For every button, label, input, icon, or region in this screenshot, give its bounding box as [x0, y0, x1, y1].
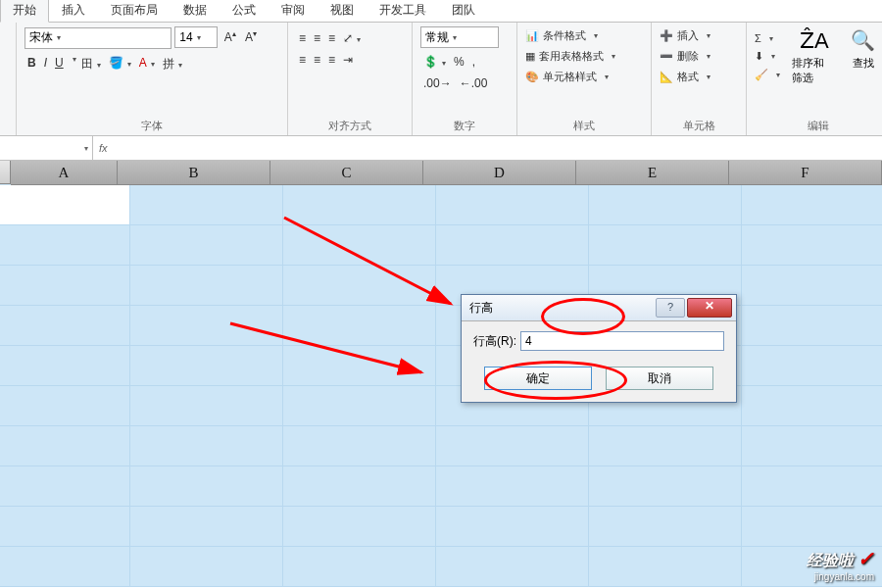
cancel-button[interactable]: 取消 [606, 367, 713, 390]
cell[interactable] [436, 507, 589, 546]
column-header[interactable]: D [423, 161, 576, 184]
delete-cells-button[interactable]: ➖删除▾ [660, 47, 710, 66]
font-name-select[interactable]: 宋体 ▾ [24, 27, 172, 49]
orientation-button[interactable]: ⤢▾ [340, 30, 364, 46]
insert-cells-button[interactable]: ➕插入▾ [660, 26, 710, 45]
sort-filter-button[interactable]: ẐA 排序和筛选 [786, 26, 839, 87]
italic-button[interactable]: I [41, 55, 50, 74]
column-header[interactable]: A [11, 161, 118, 184]
cell[interactable] [436, 547, 589, 586]
align-middle-button[interactable]: ≡ [311, 30, 323, 46]
cell[interactable] [742, 346, 882, 385]
cell[interactable] [130, 466, 283, 506]
cell[interactable] [283, 466, 436, 506]
cell[interactable] [130, 426, 283, 466]
cell[interactable] [0, 386, 130, 425]
tab-layout[interactable]: 页面布局 [98, 0, 171, 22]
find-button[interactable]: 🔍 查找 [845, 26, 882, 73]
cell[interactable] [130, 306, 283, 345]
cell[interactable] [742, 507, 882, 546]
align-left-button[interactable]: ≡ [296, 52, 309, 68]
cell[interactable] [130, 547, 283, 586]
fill-color-button[interactable]: 🪣▾ [106, 55, 134, 74]
column-header[interactable]: C [270, 161, 423, 184]
tab-review[interactable]: 审阅 [269, 0, 318, 22]
name-box[interactable] [0, 136, 93, 160]
cell[interactable] [742, 306, 882, 345]
cell[interactable] [283, 306, 436, 345]
border-button[interactable]: 田▾ [78, 55, 104, 74]
cell[interactable] [436, 466, 589, 506]
dialog-help-button[interactable]: ? [656, 298, 685, 318]
cell[interactable] [589, 185, 742, 224]
cell[interactable] [742, 466, 882, 506]
cell[interactable] [283, 507, 436, 546]
cell[interactable] [130, 225, 283, 265]
tab-dev[interactable]: 开发工具 [367, 0, 439, 22]
cell[interactable] [436, 225, 589, 265]
autosum-button[interactable]: Σ▾ [755, 30, 780, 46]
cell[interactable] [0, 547, 130, 586]
column-header[interactable]: B [118, 161, 270, 184]
column-header[interactable]: F [729, 161, 882, 184]
cell[interactable] [130, 185, 283, 224]
cell[interactable] [742, 185, 882, 224]
tab-insert[interactable]: 插入 [49, 0, 98, 22]
comma-button[interactable]: , [469, 54, 478, 70]
cell[interactable] [436, 426, 589, 466]
increase-decimal-button[interactable]: .00→ [420, 75, 455, 91]
cell[interactable] [589, 507, 742, 546]
cell[interactable] [0, 346, 130, 385]
cell[interactable] [130, 507, 283, 546]
dialog-close-button[interactable]: ✕ [687, 298, 732, 318]
cell[interactable] [742, 426, 882, 466]
select-all-corner[interactable] [0, 161, 11, 184]
dialog-titlebar[interactable]: 行高 ? ✕ [462, 295, 736, 321]
cell[interactable] [283, 185, 436, 224]
underline-button[interactable]: U [52, 55, 67, 74]
bold-button[interactable]: B [24, 55, 39, 74]
decrease-font-button[interactable]: A▾ [242, 29, 260, 45]
cell[interactable] [283, 225, 436, 265]
cell[interactable] [0, 466, 130, 506]
number-format-select[interactable]: 常规 ▾ [420, 26, 499, 48]
cell[interactable] [283, 346, 436, 385]
tab-formula[interactable]: 公式 [220, 0, 269, 22]
cell[interactable] [436, 185, 589, 224]
tab-data[interactable]: 数据 [171, 0, 220, 22]
conditional-format-button[interactable]: 📊条件格式▾ [525, 26, 615, 45]
cell[interactable] [0, 225, 130, 265]
row-height-input[interactable] [520, 331, 724, 351]
align-bottom-button[interactable]: ≡ [325, 30, 338, 46]
cell[interactable] [283, 386, 436, 425]
cell[interactable] [589, 466, 742, 506]
format-table-button[interactable]: ▦套用表格格式▾ [525, 47, 615, 66]
align-top-button[interactable]: ≡ [296, 30, 309, 46]
column-header[interactable]: E [576, 161, 729, 184]
percent-button[interactable]: % [451, 54, 467, 70]
tab-team[interactable]: 团队 [439, 0, 488, 22]
cell[interactable] [742, 225, 882, 265]
currency-button[interactable]: 💲▾ [420, 54, 449, 70]
ok-button[interactable]: 确定 [484, 367, 592, 390]
cell[interactable] [0, 306, 130, 345]
cell[interactable] [589, 225, 742, 265]
cell[interactable] [283, 426, 436, 466]
cell[interactable] [742, 266, 882, 305]
cell[interactable] [742, 386, 882, 425]
font-size-select[interactable]: 14 ▾ [174, 26, 218, 48]
fill-button[interactable]: ⬇▾ [755, 48, 780, 65]
cell-styles-button[interactable]: 🎨单元格样式▾ [525, 68, 615, 86]
cell[interactable] [130, 346, 283, 385]
cell[interactable] [0, 426, 130, 466]
font-color-button[interactable]: A▾ [136, 55, 158, 74]
format-cells-button[interactable]: 📐格式▾ [660, 68, 710, 86]
tab-view[interactable]: 视图 [318, 0, 367, 22]
cell[interactable] [0, 266, 130, 305]
cell[interactable] [0, 185, 130, 224]
indent-button[interactable]: ⇥ [340, 52, 356, 68]
align-center-button[interactable]: ≡ [311, 52, 323, 68]
decrease-decimal-button[interactable]: ←.00 [457, 75, 491, 91]
cell[interactable] [589, 547, 742, 586]
cell[interactable] [0, 507, 130, 546]
